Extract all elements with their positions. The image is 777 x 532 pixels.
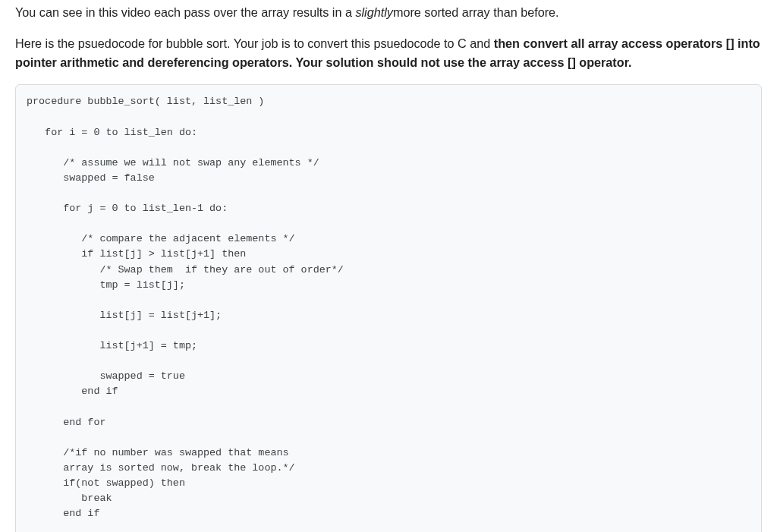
intro-paragraph: You can see in this video each pass over… bbox=[15, 3, 762, 22]
document-body: You can see in this video each pass over… bbox=[0, 0, 777, 532]
intro-emphasis: slightly bbox=[355, 5, 392, 19]
task-paragraph: Here is the psuedocode for bubble sort. … bbox=[15, 34, 762, 72]
intro-prefix: You can see in this video each pass over… bbox=[15, 5, 355, 19]
intro-suffix: more sorted array than before. bbox=[393, 5, 559, 19]
task-part1: Here is the psuedocode for bubble sort. … bbox=[15, 36, 494, 50]
pseudocode-block: procedure bubble_sort( list, list_len ) … bbox=[15, 84, 762, 532]
